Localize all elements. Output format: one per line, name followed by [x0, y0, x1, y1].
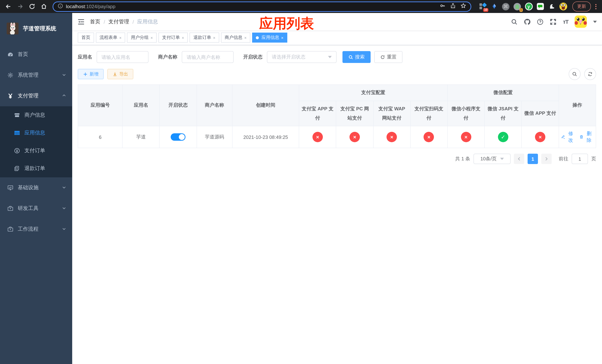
export-button[interactable]: 导出 — [107, 69, 133, 79]
site-info-icon[interactable] — [58, 3, 63, 10]
status-select[interactable]: 请选择开启状态 — [267, 51, 336, 63]
rabbit-logo — [7, 22, 19, 34]
chat-extension-icon[interactable] — [536, 2, 544, 11]
font-size-icon[interactable]: тT — [563, 19, 568, 25]
edit-link[interactable]: 修改 — [561, 130, 575, 144]
yen-circle-icon — [14, 148, 20, 154]
yen-icon — [7, 93, 13, 99]
tab-refund-order[interactable]: 退款订单× — [190, 32, 219, 43]
browser-back-icon[interactable] — [3, 1, 13, 12]
close-icon[interactable]: × — [150, 35, 153, 40]
add-button[interactable]: 新增 — [78, 69, 104, 79]
sidebar-item-refund-order[interactable]: 退款订单 — [0, 160, 72, 177]
breadcrumb-home[interactable]: 首页 — [90, 18, 100, 25]
close-icon[interactable]: × — [119, 35, 122, 40]
wechat-app-status-icon: × — [535, 132, 545, 142]
col-created: 创建时间 — [232, 85, 299, 126]
alipay-pc-status-icon: × — [350, 132, 360, 142]
puzzle-extensions-icon[interactable] — [548, 2, 556, 11]
grid-table-icon — [14, 130, 20, 136]
alipay-app-status-icon: × — [312, 132, 323, 142]
address-bar[interactable]: localhost:1024/pay/app — [53, 1, 471, 12]
sidebar-item-infrastructure[interactable]: 基础设施 — [0, 177, 72, 198]
sidebar-item-merchant-info[interactable]: 商户信息 — [0, 106, 72, 124]
search-form: 应用名 商户名称 开启状态 请选择开启状态 搜索 重置 — [78, 51, 596, 63]
group-alipay-config: 支付宝配置 — [299, 85, 447, 101]
alipay-wap-status-icon: × — [387, 132, 397, 142]
sidebar-item-payment-order[interactable]: 支付订单 — [0, 142, 72, 160]
tab-user-group[interactable]: 用户分组× — [127, 32, 157, 43]
page-number-button[interactable]: 1 — [527, 154, 538, 164]
col-actions: 操作 — [559, 85, 596, 126]
app-name-label: 应用名 — [78, 54, 92, 60]
browser-reload-icon[interactable] — [27, 1, 37, 12]
sidebar-logo[interactable]: 芋道管理系统 — [0, 13, 72, 44]
github-icon[interactable] — [524, 18, 531, 25]
close-icon[interactable]: × — [182, 35, 184, 40]
delete-link[interactable]: 删除 — [580, 130, 593, 144]
profile-extension-icon[interactable]: 1 — [513, 2, 521, 11]
close-icon[interactable]: × — [244, 35, 247, 40]
tasks-extension-icon[interactable]: 10 — [479, 2, 487, 11]
command-extension-icon[interactable]: ⌘ — [502, 2, 510, 11]
tab-payment-order[interactable]: 支付订单× — [159, 32, 188, 43]
sidebar-item-system[interactable]: 系统管理 — [0, 65, 72, 86]
page-size-select[interactable]: 10条/页 — [473, 154, 511, 164]
emoji-extension-icon[interactable] — [559, 2, 567, 11]
avatar-caret-icon[interactable] — [593, 21, 597, 25]
browser-chrome: localhost:1024/pay/app 10 ⌘ 1 y 更新 — [0, 0, 602, 13]
chevron-down-icon — [62, 226, 66, 232]
y-extension-icon[interactable]: y — [525, 2, 533, 11]
top-navbar: 首页 / 支付管理 / 应用信息 тT — [72, 13, 602, 30]
chrome-update-button[interactable]: 更新 — [572, 1, 591, 11]
tab-home[interactable]: 首页 — [78, 32, 94, 43]
browser-menu-icon[interactable] — [592, 4, 599, 9]
col-alipay-pc: 支付宝 PC 网站支付 — [336, 101, 373, 126]
help-icon[interactable] — [537, 18, 544, 25]
kite-extension-icon[interactable] — [490, 2, 498, 11]
browser-home-icon[interactable] — [39, 1, 49, 12]
avatar[interactable] — [575, 16, 587, 28]
header-search-icon[interactable] — [511, 18, 518, 25]
collapse-sidebar-icon[interactable] — [77, 18, 85, 25]
sidebar-item-workflow[interactable]: 工作流程 — [0, 219, 72, 240]
breadcrumb-payment[interactable]: 支付管理 — [108, 18, 129, 25]
bookmark-star-icon[interactable] — [461, 3, 466, 10]
cell-app-id: 6 — [78, 126, 123, 148]
search-button[interactable]: 搜索 — [343, 51, 371, 63]
goto-page-input[interactable] — [572, 154, 588, 164]
tab-process-form[interactable]: 流程表单× — [96, 32, 125, 43]
next-page-button[interactable] — [541, 154, 552, 164]
status-toggle[interactable] — [171, 133, 185, 141]
sidebar-item-payment[interactable]: 支付管理 — [0, 86, 72, 106]
sidebar: 芋道管理系统 首页 系统管理 支付管理 商户信息 — [0, 13, 72, 364]
wechat-mini-status-icon: × — [461, 132, 471, 142]
extension-icons: 10 ⌘ 1 y — [476, 2, 570, 11]
tab-merchant-info[interactable]: 商户信息× — [221, 32, 250, 43]
show-search-button[interactable] — [569, 68, 580, 80]
cell-app-name: 芋道 — [123, 126, 160, 148]
close-icon[interactable]: × — [213, 35, 215, 40]
sidebar-item-app-info[interactable]: 应用信息 — [0, 124, 72, 142]
close-icon[interactable]: × — [281, 35, 283, 40]
sidebar-item-home[interactable]: 首页 — [0, 44, 72, 65]
browser-forward-icon[interactable] — [15, 1, 25, 12]
chevron-down-icon — [62, 72, 66, 78]
url-text: localhost:1024/pay/app — [66, 4, 437, 9]
reset-button[interactable]: 重置 — [374, 51, 402, 63]
sidebar-item-dev-tools[interactable]: 研发工具 — [0, 198, 72, 219]
app-name-input[interactable] — [97, 51, 149, 63]
refresh-button[interactable] — [584, 68, 596, 80]
page-unit-label: 页 — [591, 156, 596, 162]
prev-page-button[interactable] — [514, 154, 524, 164]
col-wechat-app: 微信 APP 支付 — [522, 101, 559, 126]
password-key-icon[interactable] — [440, 3, 445, 10]
fullscreen-icon[interactable] — [550, 18, 557, 25]
tab-app-info[interactable]: 应用信息× — [252, 32, 287, 43]
briefcase-icon — [7, 226, 13, 232]
merchant-name-input[interactable] — [182, 51, 234, 63]
chevron-down-icon — [328, 56, 332, 60]
share-icon[interactable] — [450, 3, 456, 10]
page-content: 应用名 商户名称 开启状态 请选择开启状态 搜索 重置 — [72, 45, 602, 364]
col-wechat-jsapi: 微信 JSAPI 支付 — [485, 101, 522, 126]
